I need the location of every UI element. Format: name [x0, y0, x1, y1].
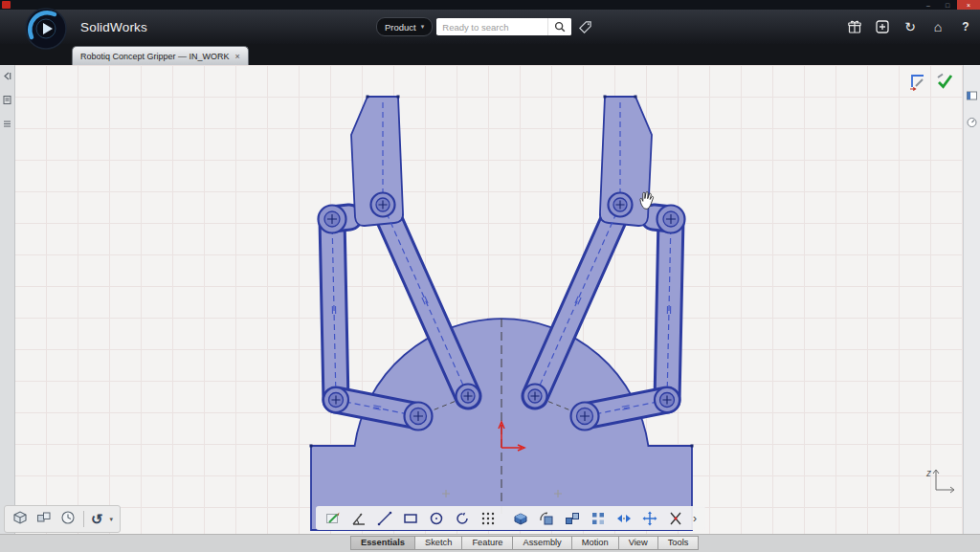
action-bar: ›: [316, 506, 705, 530]
pattern-grid-icon: [590, 510, 607, 527]
joint-circle[interactable]: [319, 206, 346, 233]
confirm-sketch-button[interactable]: [934, 71, 955, 92]
view-triad: z: [921, 465, 959, 499]
search-box: [436, 18, 571, 35]
tab-essentials[interactable]: Essentials: [350, 536, 415, 550]
command-tab-bar: Essentials Sketch Feature Assembly Motio…: [0, 534, 980, 552]
close-tab-icon[interactable]: ×: [235, 52, 240, 61]
compass-logo[interactable]: [25, 8, 67, 50]
side-panel-icon[interactable]: [966, 88, 978, 105]
extrude-boss-button[interactable]: [509, 508, 532, 529]
rectangle-icon: [402, 510, 419, 527]
3dexperience-compass-icon: [25, 8, 67, 50]
checkmark-icon: [935, 72, 954, 91]
insert-component-button[interactable]: [561, 508, 584, 529]
window-titlebar: – □ ×: [0, 0, 980, 10]
dimension-icon: [350, 510, 368, 527]
joint-circle[interactable]: [405, 403, 433, 431]
close-window-button[interactable]: ×: [957, 0, 980, 10]
joint-circle[interactable]: [371, 193, 395, 217]
divider: [83, 511, 84, 527]
history-clock-icon: [59, 509, 77, 526]
exit-sketch-button[interactable]: [907, 71, 928, 92]
search-input[interactable]: [436, 19, 547, 34]
triad-z-label: z: [925, 468, 931, 478]
right-panel-strip: [963, 65, 980, 534]
joint-circle[interactable]: [323, 387, 348, 412]
part-cube-icon: [11, 509, 29, 526]
move-arrows-icon: [641, 510, 658, 527]
circle-icon: [428, 510, 445, 527]
joint-circle[interactable]: [457, 385, 480, 408]
linear-pattern-button[interactable]: [477, 508, 500, 529]
tag-icon: [578, 20, 592, 34]
rectangle-tool-button[interactable]: [399, 508, 422, 529]
solidworks-window: – □ × SolidWorks Product ▾: [0, 0, 980, 552]
component-group-button[interactable]: [35, 509, 53, 530]
revolve-boss-button[interactable]: [535, 508, 558, 529]
tab-motion[interactable]: Motion: [572, 536, 619, 550]
left-panel-strip: [0, 65, 15, 534]
document-tab-title: Robotiq Concept Gripper — IN_WORK: [80, 52, 230, 61]
extrude-icon: [512, 510, 529, 527]
smart-dimension-button[interactable]: [347, 508, 370, 529]
sketch-pencil-icon: [324, 510, 342, 527]
trim-scissors-icon: [667, 510, 684, 527]
tab-view[interactable]: View: [619, 536, 658, 550]
product-dropdown[interactable]: Product ▾: [376, 17, 433, 36]
gift-icon: [847, 19, 862, 34]
layers-icon[interactable]: [2, 116, 12, 133]
move-component-button[interactable]: [638, 508, 661, 529]
circle-tool-button[interactable]: [425, 508, 448, 529]
undo-history-caret[interactable]: ▾: [110, 516, 114, 523]
plus-icon: [875, 19, 890, 34]
tab-tools[interactable]: Tools: [658, 536, 700, 550]
arc-icon: [454, 510, 471, 527]
app-name: SolidWorks: [80, 10, 147, 44]
mate-button[interactable]: [612, 508, 635, 529]
tab-sketch[interactable]: Sketch: [415, 536, 462, 550]
help-button[interactable]: ?: [957, 18, 974, 35]
trim-entities-button[interactable]: [664, 508, 687, 529]
viewport-grid[interactable]: [14, 65, 964, 534]
pattern-feature-button[interactable]: [587, 508, 610, 529]
component-cubes-icon: [564, 510, 581, 527]
components-icon: [35, 509, 53, 526]
graphics-area: ↺ ▾: [0, 65, 980, 534]
document-tab[interactable]: Robotiq Concept Gripper — IN_WORK ×: [72, 46, 249, 65]
search-icon: [553, 20, 567, 33]
top-bar: SolidWorks Product ▾: [0, 10, 980, 44]
line-tool-button[interactable]: [373, 508, 396, 529]
undo-button[interactable]: ↺: [91, 512, 103, 526]
gauge-panel-icon[interactable]: [966, 115, 978, 132]
tag-button[interactable]: [575, 18, 594, 35]
document-tab-bar: Robotiq Concept Gripper — IN_WORK ×: [0, 44, 980, 65]
document-tree-icon[interactable]: [2, 92, 12, 109]
insert-part-button[interactable]: [11, 509, 29, 530]
arc-tool-button[interactable]: [451, 508, 474, 529]
history-button[interactable]: [59, 509, 77, 530]
tab-assembly[interactable]: Assembly: [513, 536, 571, 550]
line-icon: [376, 510, 393, 527]
tab-feature[interactable]: Feature: [462, 536, 513, 550]
home-button[interactable]: ⌂: [929, 18, 947, 35]
chevron-down-icon: ▾: [421, 23, 425, 31]
minimize-button[interactable]: –: [919, 0, 938, 10]
more-tools-button[interactable]: ›: [690, 512, 700, 525]
product-dropdown-label: Product: [385, 22, 416, 33]
add-content-button[interactable]: [874, 18, 891, 35]
pattern-dots-icon: [479, 510, 497, 527]
search-button[interactable]: [547, 18, 571, 35]
gift-button[interactable]: [846, 18, 863, 35]
app-icon: [2, 1, 11, 9]
exit-sketch-icon: [908, 72, 927, 91]
mate-arrows-icon: [615, 510, 633, 527]
assembly-quick-toolbar: ↺ ▾: [4, 505, 121, 533]
maximize-button[interactable]: □: [938, 0, 957, 10]
sketch-canvas[interactable]: [14, 65, 964, 534]
sync-button[interactable]: ↻: [902, 18, 919, 35]
revolve-icon: [538, 510, 555, 527]
sketch-button[interactable]: [322, 508, 345, 529]
collapse-panel-icon[interactable]: [2, 68, 12, 85]
